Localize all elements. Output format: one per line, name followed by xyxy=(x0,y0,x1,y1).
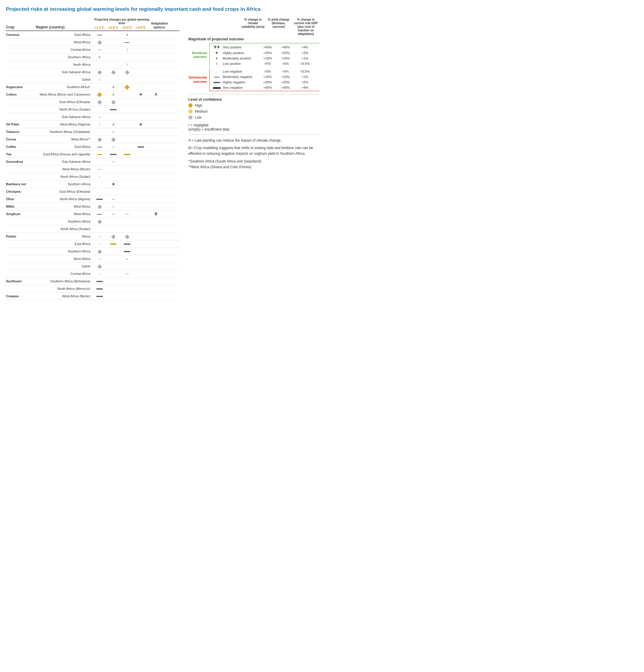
confidence-items: HighMediumLow xyxy=(188,104,319,120)
cell-t1 xyxy=(93,167,106,171)
cell-t3 xyxy=(120,212,134,216)
col-header-region: Region (country) xyxy=(36,25,93,29)
cell-t2 xyxy=(106,159,120,164)
cell-t3 xyxy=(120,272,134,276)
cell-region: Southern Africa (Botswana) xyxy=(36,279,93,283)
cell-crop xyxy=(6,49,36,50)
cell-t1 xyxy=(93,197,106,201)
confidence-label: Low xyxy=(195,115,201,120)
cell-crop: Tobacco xyxy=(6,129,36,134)
legend-row-beneficial: +Moderately positive>10%>10%>1% xyxy=(211,56,319,61)
cell-region: Southern Africa (Zimbabwe) xyxy=(36,130,93,134)
cell-t2: / xyxy=(106,204,120,209)
cell-crop: Olive xyxy=(6,196,36,201)
table-row: North Africa (Morocco) xyxy=(6,285,179,292)
cell-crop xyxy=(6,221,36,222)
cell-t2 xyxy=(106,107,120,112)
table-row: West Africa (Benin) xyxy=(6,166,179,173)
cell-crop: Oil Palm xyxy=(6,122,36,127)
magnitude-section: % change in climate suitability (area) %… xyxy=(188,18,319,91)
cell-t3 xyxy=(120,249,134,254)
legend-outcomes: Benificial outcome++Very positive>40%>40… xyxy=(188,43,319,91)
confidence-title: Level of confidence xyxy=(188,97,319,101)
cell-crop xyxy=(6,109,36,110)
cell-t4: + xyxy=(134,122,148,127)
confidence-row: Low xyxy=(188,115,319,120)
cell-crop xyxy=(6,228,36,229)
note-b: B= Crop modelling suggests that shifts i… xyxy=(188,145,319,157)
cell-region: Central Africa xyxy=(36,272,93,276)
cell-crop: Millet xyxy=(6,204,36,209)
cell-t2: + xyxy=(106,85,120,89)
table-row: TeaEast Africa (Kenya and Uganda) xyxy=(6,151,179,158)
legend-row-beneficial: +Highly positive>20%>20%>2% xyxy=(211,50,319,56)
table-row: MilletWest Africa/ xyxy=(6,203,179,211)
col-header-crop: Crop xyxy=(6,25,36,29)
cell-crop xyxy=(6,71,36,73)
cell-region: North Africa (Sudan) xyxy=(36,227,93,231)
col-t4: >4.0°C xyxy=(134,26,148,29)
legend-row-detrimental: Very negative>40%>40%>4% xyxy=(211,85,319,90)
table-row: West Africa•+ xyxy=(6,255,179,263)
cell-t1 xyxy=(93,40,106,45)
confidence-row: Medium xyxy=(188,109,319,113)
foot-star: *Southern Africa (South Africa and Swazi… xyxy=(188,159,319,164)
table-row: North Africa (Sudan) xyxy=(6,225,179,233)
table-row: Central Africa• xyxy=(6,270,179,278)
cell-region: East Africa xyxy=(36,145,93,148)
table-row: PotatoAfrica• xyxy=(6,233,179,240)
confidence-label: Medium xyxy=(195,109,208,113)
cell-region: North Africa (Morocco) xyxy=(36,287,93,290)
temp-cols: >1.5°C >2.0°C >3.0°C >4.0°C xyxy=(93,26,151,29)
cell-t1 xyxy=(93,287,106,291)
cell-crop xyxy=(6,116,36,117)
cell-region: Sahel xyxy=(36,264,93,268)
cell-crop xyxy=(6,64,36,65)
legend-row-beneficial: ++Very positive>40%>40%>4% xyxy=(211,44,319,50)
cell-crop xyxy=(6,57,36,58)
cell-region: East Africa (Kenya and Uganda) xyxy=(36,152,93,156)
table-row: West Africa xyxy=(6,38,179,46)
cell-crop xyxy=(6,273,36,274)
cell-t1 xyxy=(93,249,106,254)
cell-t2 xyxy=(106,234,120,239)
cell-t1: • xyxy=(93,272,106,276)
cell-t3 xyxy=(120,152,134,157)
cell-t3 xyxy=(120,70,134,74)
cell-t3: + xyxy=(120,33,134,37)
cell-crop: Cotton xyxy=(6,92,36,97)
cell-t1: / xyxy=(93,122,106,127)
foot-starstar: **West Africa (Ghana and Côte d'Ivoire) xyxy=(188,164,319,170)
table-row: CassavaEast Africa+ xyxy=(6,31,179,38)
cell-crop xyxy=(6,258,36,259)
cell-crop: Sugarcane xyxy=(6,85,36,89)
table-row: GroundnutSub-Saharan Africa xyxy=(6,158,179,166)
cell-region: North AFrica (Sudan) xyxy=(36,108,93,111)
legend-col1: % change in climate suitability (area) xyxy=(241,18,265,36)
cell-region: West Africa** xyxy=(36,137,93,141)
legend-row-detrimental: Highly negative>20%>20%>2% xyxy=(211,80,319,85)
col-t3: >3.0°C xyxy=(120,26,134,29)
cell-crop: Cassava xyxy=(6,32,36,37)
cell-adapt: B xyxy=(148,212,164,216)
notes-section: A = Late planting can reduce the impact … xyxy=(188,138,319,170)
temp-group-label: Projected changes per global warming lev… xyxy=(93,18,151,25)
cell-t4: + xyxy=(134,92,148,97)
cell-crop xyxy=(6,251,36,252)
cell-crop: Sunflower xyxy=(6,279,36,284)
table-row: Oil PalmWest Africa (Nigeria)/ ++ xyxy=(6,121,179,128)
cell-t2 xyxy=(106,242,120,246)
cell-region: Africa xyxy=(36,235,93,238)
confidence-row: High xyxy=(188,104,319,108)
col-adapt: Adaptation options xyxy=(151,22,167,29)
table-row: East Africa (Ethiopia) xyxy=(6,98,179,106)
cell-region: Southern Africa xyxy=(36,55,93,59)
cell-t1 xyxy=(93,294,106,299)
cell-region: North Africa (Algeria) xyxy=(36,197,93,201)
confidence-circle xyxy=(188,115,192,120)
note-a: A = Late planting can reduce the impact … xyxy=(188,138,319,143)
cell-crop xyxy=(6,288,36,289)
cell-region: West Africa xyxy=(36,257,93,261)
cell-t1 xyxy=(93,219,106,224)
cell-adapt: A xyxy=(148,92,164,96)
